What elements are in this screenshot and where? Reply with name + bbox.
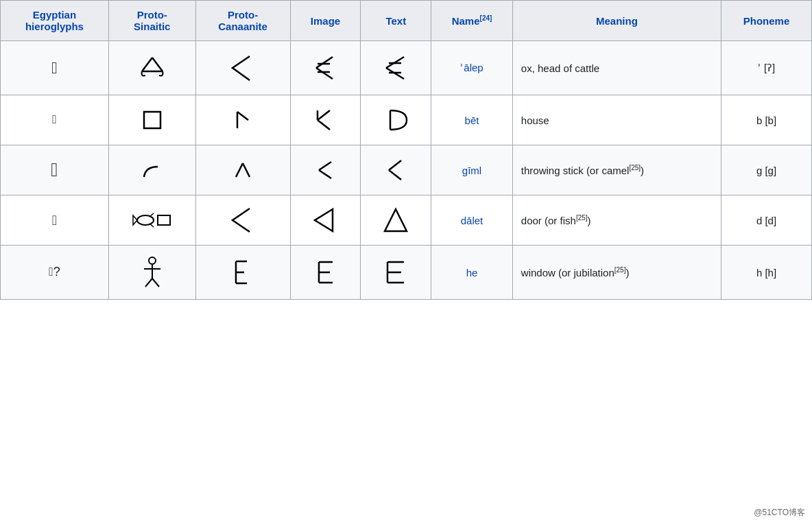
text-glyph <box>361 145 431 195</box>
proto-canaanite-glyph <box>195 41 290 95</box>
table-row: 𓌀 <box>1 145 812 195</box>
meaning-cell: house <box>512 95 721 145</box>
image-glyph <box>290 246 361 300</box>
egyptian-glyph: 𓉐 <box>1 95 109 145</box>
text-glyph <box>361 246 431 300</box>
header-proto-canaanite: Proto-Canaanite <box>195 1 290 41</box>
svg-line-19 <box>243 163 250 177</box>
hieroglyphs-table: Egyptianhieroglyphs Proto-Sinaitic Proto… <box>0 0 812 300</box>
text-glyph <box>361 41 431 95</box>
header-proto-sinaitic: Proto-Sinaitic <box>108 1 195 41</box>
image-glyph <box>290 145 361 195</box>
main-table-container: Egyptianhieroglyphs Proto-Sinaitic Proto… <box>0 0 812 300</box>
image-glyph <box>290 41 361 95</box>
phoneme-cell: ʾ [ʔ] <box>721 41 812 95</box>
header-phoneme: Phoneme <box>721 1 812 41</box>
meaning-cell: door (or fish[25]) <box>512 195 721 246</box>
svg-point-24 <box>137 215 154 225</box>
name-cell: bēt <box>431 95 513 145</box>
phoneme-cell: g [g] <box>721 145 812 195</box>
svg-line-1 <box>152 58 163 71</box>
phoneme-cell: d [d] <box>721 195 812 246</box>
proto-sinaitic-glyph <box>108 95 195 145</box>
svg-point-28 <box>149 257 156 264</box>
egyptian-glyph: 𓀠? <box>1 246 109 300</box>
header-name: Name[24] <box>431 1 513 41</box>
image-glyph <box>290 195 361 246</box>
table-row: 𓇯 <box>1 195 812 246</box>
phoneme-cell: h [h] <box>721 246 812 300</box>
header-egyptian: Egyptianhieroglyphs <box>1 1 109 41</box>
proto-canaanite-glyph <box>195 195 290 246</box>
name-cell: ʾālep <box>431 41 513 95</box>
text-glyph <box>361 95 431 145</box>
name-cell: he <box>431 246 513 300</box>
egyptian-glyph: 𓇯 <box>1 195 109 246</box>
table-row: 𓉐 <box>1 95 812 145</box>
svg-line-31 <box>145 278 152 287</box>
meaning-cell: throwing stick (or camel[25]) <box>512 145 721 195</box>
name-cell: gīml <box>431 145 513 195</box>
svg-line-15 <box>318 120 330 130</box>
svg-line-4 <box>316 68 333 79</box>
table-row: 𓃾 <box>1 41 812 95</box>
header-image: Image <box>290 1 361 41</box>
svg-line-32 <box>152 278 159 287</box>
svg-line-18 <box>236 163 243 177</box>
svg-line-14 <box>318 110 330 120</box>
phoneme-cell: b [b] <box>721 95 812 145</box>
proto-sinaitic-glyph <box>108 145 195 195</box>
proto-canaanite-glyph <box>195 95 290 145</box>
header-meaning: Meaning <box>512 1 721 41</box>
svg-line-20 <box>319 162 331 170</box>
header-text: Text <box>361 1 431 41</box>
table-row: 𓀠? <box>1 246 812 300</box>
svg-line-22 <box>389 161 401 170</box>
svg-line-0 <box>142 58 152 71</box>
proto-sinaitic-glyph <box>108 41 195 95</box>
svg-rect-27 <box>158 215 170 225</box>
svg-line-23 <box>389 170 401 180</box>
proto-sinaitic-glyph <box>108 246 195 300</box>
svg-line-3 <box>316 57 333 68</box>
svg-line-13 <box>237 112 248 120</box>
text-glyph <box>361 195 431 246</box>
name-cell: dālet <box>431 195 513 246</box>
image-glyph <box>290 95 361 145</box>
egyptian-glyph: 𓃾 <box>1 41 109 95</box>
proto-sinaitic-glyph <box>108 195 195 246</box>
proto-canaanite-glyph <box>195 145 290 195</box>
meaning-cell: window (or jubilation[25]) <box>512 246 721 300</box>
svg-line-21 <box>319 170 331 178</box>
egyptian-glyph: 𓌀 <box>1 145 109 195</box>
svg-rect-11 <box>144 112 160 128</box>
meaning-cell: ox, head of cattle <box>512 41 721 95</box>
proto-canaanite-glyph <box>195 246 290 300</box>
header-row: Egyptianhieroglyphs Proto-Sinaitic Proto… <box>1 1 812 41</box>
